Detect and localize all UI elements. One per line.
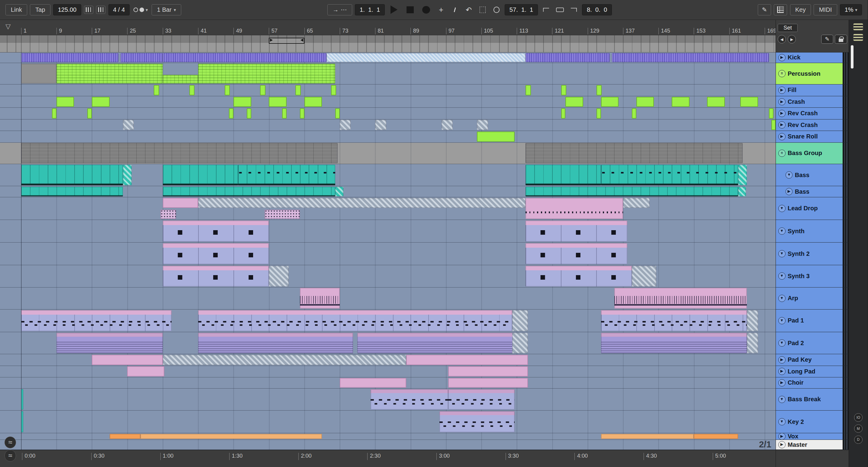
record-button[interactable]: [420, 4, 433, 15]
clip-green[interactable]: [154, 85, 159, 95]
clip-teal2[interactable]: [163, 187, 336, 196]
loop-switch[interactable]: [555, 4, 566, 15]
clip-green[interactable]: [565, 97, 583, 107]
clip-green[interactable]: [260, 85, 266, 95]
clip-hatch[interactable]: [163, 355, 406, 365]
clip-hatch[interactable]: [747, 333, 758, 354]
group-fold-icon[interactable]: ≡: [778, 149, 785, 157]
track-lane-bass[interactable]: [0, 186, 776, 197]
draw-automation-button[interactable]: ✎: [821, 35, 833, 43]
clip-green[interactable]: [526, 85, 531, 95]
clip-arp[interactable]: [300, 288, 340, 309]
clip-tealn[interactable]: [238, 165, 335, 186]
clip-pink[interactable]: [127, 366, 164, 376]
track-header-19-choir[interactable]: ▶Choir: [776, 377, 849, 389]
automation-arm-button[interactable]: [450, 4, 461, 15]
fold-icon[interactable]: ▼: [778, 317, 785, 324]
clip-green[interactable]: [189, 85, 195, 95]
clip-kick[interactable]: [526, 53, 610, 62]
track-header-13-synth-3[interactable]: ▼Synth 3: [776, 265, 849, 287]
fold-icon[interactable]: ▼: [778, 418, 785, 425]
clip-pink[interactable]: [92, 355, 162, 365]
track-header-15-pad-1[interactable]: ▼Pad 1: [776, 309, 849, 332]
clip-kick[interactable]: [21, 53, 118, 62]
clip-synth[interactable]: [526, 221, 627, 242]
next-locator-button[interactable]: ▶: [788, 35, 796, 43]
track-lane-crash[interactable]: [0, 96, 776, 108]
fold-icon[interactable]: ▶: [778, 441, 785, 448]
track-lane-long-pad[interactable]: [0, 366, 776, 377]
clip-hatch[interactable]: [375, 120, 386, 130]
clip-orange[interactable]: [141, 434, 322, 439]
clip-green[interactable]: [637, 97, 654, 107]
track-lane-pad-1[interactable]: [0, 309, 776, 332]
clip-green[interactable]: [740, 97, 758, 107]
clip-tealh[interactable]: [123, 165, 132, 186]
fold-icon[interactable]: ▼: [778, 396, 785, 403]
clip-teal[interactable]: [163, 165, 238, 186]
fold-icon[interactable]: ▶: [778, 379, 785, 387]
track-header-1-percussion[interactable]: ≡Percussion: [776, 63, 849, 85]
track-header-21-key-2[interactable]: ▼Key 2: [776, 410, 849, 433]
track-header-16-pad-2[interactable]: ▼Pad 2: [776, 332, 849, 354]
fold-icon[interactable]: ▶: [778, 54, 785, 61]
metronome-toggle[interactable]: ▾: [132, 7, 149, 12]
clip-mididots[interactable]: [160, 210, 176, 219]
track-header-17-pad-key[interactable]: ▶Pad Key: [776, 354, 849, 366]
clip-group[interactable]: [21, 143, 338, 163]
fold-icon[interactable]: ▶: [778, 368, 785, 375]
track-header-8-bass[interactable]: ▼Bass: [776, 164, 849, 186]
clip-teal2[interactable]: [526, 187, 738, 196]
clip-green[interactable]: [601, 97, 619, 107]
clip-green[interactable]: [769, 108, 773, 119]
fold-icon[interactable]: ▶: [778, 98, 785, 106]
clip-kick[interactable]: [163, 53, 327, 62]
clip-tealh[interactable]: [335, 187, 343, 196]
clip-green[interactable]: [707, 97, 725, 107]
clip-pad[interactable]: [21, 310, 172, 331]
clip-pink[interactable]: [340, 378, 406, 388]
panel-toggle-io[interactable]: IO: [854, 413, 862, 422]
fold-icon[interactable]: ▶: [778, 121, 785, 129]
session-record-button[interactable]: [491, 4, 502, 15]
fold-icon[interactable]: ▶: [778, 433, 785, 440]
clip-tealh[interactable]: [738, 187, 746, 196]
clip-synth[interactable]: [163, 266, 269, 287]
bar-ruler[interactable]: 1917253341495765738189971051131211291371…: [0, 20, 776, 35]
clip-synth[interactable]: [526, 266, 632, 287]
clip-teal2[interactable]: [21, 187, 123, 196]
follow-button[interactable]: →⋯: [328, 4, 352, 15]
clip-tealn[interactable]: [601, 165, 738, 186]
fold-icon[interactable]: ▼: [778, 272, 785, 280]
track-header-23-master[interactable]: ▶Master: [776, 440, 849, 450]
clip-green[interactable]: [52, 108, 57, 119]
clip-green[interactable]: [561, 108, 566, 119]
clip-green[interactable]: [296, 85, 301, 95]
loop-start-display[interactable]: 57. 1. 1: [505, 4, 538, 15]
clip-green[interactable]: [672, 97, 689, 107]
fold-grid-button[interactable]: [774, 4, 787, 15]
link-button[interactable]: Link: [5, 4, 27, 15]
track-lane-synth-3[interactable]: [0, 265, 776, 287]
punch-in-button[interactable]: [540, 4, 552, 15]
clip-pink[interactable]: [448, 378, 528, 388]
loop-brace[interactable]: [269, 38, 304, 44]
draw-mode-button[interactable]: ✎: [758, 4, 771, 15]
time-signature-display[interactable]: 4 / 4: [108, 4, 130, 15]
clip-hatch[interactable]: [623, 198, 650, 208]
clip-hatch[interactable]: [269, 266, 289, 287]
track-lane-pad-2[interactable]: [0, 332, 776, 354]
clip-green[interactable]: [596, 108, 601, 119]
fold-icon[interactable]: ▼: [785, 171, 793, 178]
arrangement-area[interactable]: 1917253341495765738189971051131211291371…: [0, 20, 776, 467]
tempo-display[interactable]: 125.00: [53, 4, 81, 15]
clip-synth[interactable]: [163, 221, 269, 242]
clip-pink[interactable]: [406, 355, 528, 365]
clip-tealh[interactable]: [738, 165, 747, 186]
clip-green[interactable]: [87, 108, 92, 119]
clip-padc[interactable]: [371, 389, 448, 410]
clip-green[interactable]: [282, 108, 287, 119]
clip-pink[interactable]: [163, 198, 198, 208]
track-header-22-vox[interactable]: ▶Vox: [776, 433, 849, 440]
clip-group[interactable]: [526, 143, 742, 163]
